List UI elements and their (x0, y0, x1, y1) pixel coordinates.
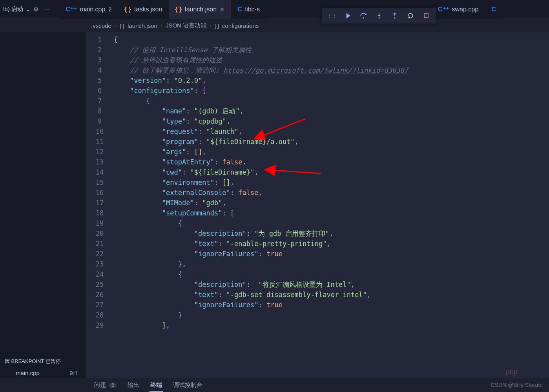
breadcrumb-folder: .vscode (91, 22, 111, 29)
svg-point-2 (394, 17, 395, 18)
breadcrumb-node: configurations (222, 22, 259, 29)
restart-button[interactable] (404, 9, 417, 22)
stack-frame[interactable]: main.cpp 9:1 (0, 368, 86, 378)
panel-tab-debug-console[interactable]: 调试控制台 (172, 379, 203, 391)
json-icon: { } (175, 6, 182, 13)
tab-label: swap.cpp (452, 6, 479, 13)
panel-tab-output[interactable]: 输出 (127, 379, 140, 391)
problems-count: 2 (109, 383, 117, 388)
code-editor[interactable]: 1234567891011121314151617181920212223242… (86, 32, 549, 378)
c-icon: C (491, 6, 496, 13)
code-content: { // 使用 IntelliSense 了解相关属性。 // 悬停以查看现有属… (114, 32, 549, 378)
dirty-indicator: 2 (108, 6, 111, 13)
breadcrumb-file: launch.json (128, 22, 157, 29)
tab-launch-json[interactable]: { } launch.json ✕ (169, 0, 231, 19)
json-icon: { } (120, 23, 124, 29)
breadcrumb-lang: JSON 语言功能 (166, 22, 206, 29)
chevron-down-icon: ⌄ (26, 6, 31, 13)
tab-c-partial[interactable]: C (485, 0, 503, 19)
json-icon: { } (124, 6, 131, 13)
tab-label: main.cpp (80, 6, 105, 13)
chevron-right-icon: › (161, 22, 162, 29)
tab-label: launch.json (185, 6, 217, 13)
svg-point-0 (363, 17, 364, 18)
array-icon: [ ] (215, 23, 219, 29)
stack-location: 9:1 (69, 370, 78, 376)
editor-tabs: C⁺⁺ main.cpp 2 { } tasks.json { } launch… (60, 0, 266, 19)
tab-swap-cpp[interactable]: C⁺⁺ swap.cpp (432, 0, 485, 19)
bottom-panel: 问题 2 输出 终端 调试控制台 (0, 378, 549, 392)
gear-icon[interactable]: ⚙ (31, 4, 42, 15)
pause-reason: 因 BREAKPOINT 已暂停 (0, 355, 86, 368)
chevron-right-icon: › (210, 22, 212, 29)
tab-tasks-json[interactable]: { } tasks.json (118, 0, 169, 19)
svg-rect-3 (424, 14, 428, 18)
watermark-text: CSDN @Billy Sturate (491, 382, 543, 388)
stop-button[interactable] (420, 9, 432, 22)
step-over-button[interactable] (357, 9, 370, 22)
more-icon[interactable]: ⋯ (42, 4, 53, 15)
breadcrumb[interactable]: .vscode › { } launch.json › JSON 语言功能 › … (0, 19, 549, 32)
tab-label: tasks.json (134, 6, 162, 13)
continue-button[interactable] (341, 9, 354, 22)
panel-tab-terminal[interactable]: 终端 (150, 379, 163, 392)
watermark-logo: php (506, 368, 518, 376)
step-out-button[interactable] (388, 9, 401, 22)
debug-config-dropdown[interactable]: lb) 启动 ⌄ (3, 5, 31, 13)
cpp-icon: C⁺⁺ (438, 5, 449, 13)
tab-main-cpp[interactable]: C⁺⁺ main.cpp 2 (60, 0, 118, 19)
step-into-button[interactable] (373, 9, 385, 22)
cpp-icon: C⁺⁺ (66, 5, 77, 13)
line-gutter: 1234567891011121314151617181920212223242… (86, 32, 114, 378)
debug-config-label: lb) 启动 (3, 5, 23, 13)
c-icon: C (237, 6, 242, 13)
stack-file-name: main.cpp (16, 370, 40, 376)
tab-libc[interactable]: C libc-s (231, 0, 266, 19)
chevron-right-icon: › (115, 22, 117, 29)
grip-icon[interactable]: ⋮⋮ (326, 9, 338, 22)
close-icon[interactable]: ✕ (220, 6, 224, 13)
debug-sidebar: 因 BREAKPOINT 已暂停 main.cpp 9:1 (0, 32, 86, 378)
svg-point-1 (378, 17, 379, 18)
panel-tab-problems[interactable]: 问题 2 (93, 379, 117, 391)
debug-toolbar: ⋮⋮ (322, 8, 436, 24)
tab-label: libc-s (245, 6, 260, 13)
